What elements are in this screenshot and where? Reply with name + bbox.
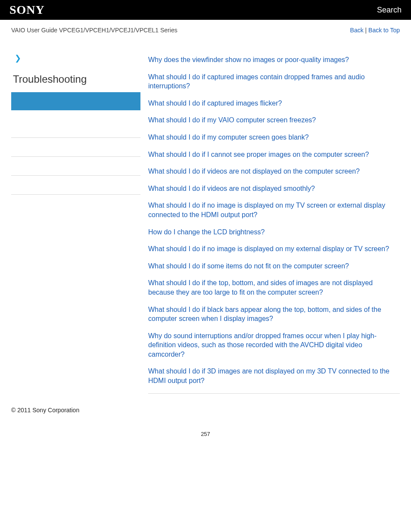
faq-item: What should I do if the top, bottom, and… — [148, 278, 400, 297]
faq-link[interactable]: What should I do if some items do not fi… — [148, 262, 349, 270]
sony-logo: SONY — [9, 3, 45, 17]
faq-item: How do I change the LCD brightness? — [148, 227, 400, 237]
faq-link[interactable]: How do I change the LCD brightness? — [148, 228, 265, 236]
faq-link[interactable]: What should I do if captured images cont… — [148, 73, 365, 90]
back-link[interactable]: Back — [350, 27, 364, 34]
page-number: 257 — [0, 418, 411, 450]
faq-list: Why does the viewfinder show no images o… — [148, 55, 400, 386]
content-wrap: ❯ Troubleshooting Why does the viewfinde… — [0, 36, 411, 394]
search-link[interactable]: Search — [377, 6, 402, 15]
guide-title: VAIO User Guide VPCEG1/VPCEH1/VPCEJ1/VPC… — [11, 27, 177, 34]
faq-link[interactable]: Why do sound interruptions and/or droppe… — [148, 332, 377, 358]
faq-link[interactable]: What should I do if my VAIO computer scr… — [148, 116, 316, 124]
footer: © 2011 Sony Corporation — [0, 394, 411, 418]
faq-link[interactable]: What should I do if my computer screen g… — [148, 134, 309, 141]
arrow-right-icon: ❯ — [15, 53, 140, 63]
faq-item: What should I do if no image is displaye… — [148, 244, 400, 254]
subbar: VAIO User Guide VPCEG1/VPCEH1/VPCEJ1/VPC… — [0, 20, 411, 36]
sidebar-item[interactable] — [11, 195, 140, 214]
faq-item: What should I do if 3D images are not di… — [148, 367, 400, 385]
main-content: Why does the viewfinder show no images o… — [148, 53, 400, 394]
topbar: SONY Search — [0, 0, 411, 20]
faq-link[interactable]: What should I do if videos are not displ… — [148, 168, 360, 175]
faq-item: What should I do if videos are not displ… — [148, 184, 400, 193]
sidebar-active-item[interactable] — [11, 92, 140, 110]
sidebar-list — [11, 119, 140, 214]
faq-item: What should I do if my VAIO computer scr… — [148, 115, 400, 125]
faq-link[interactable]: What should I do if 3D images are not di… — [148, 367, 389, 384]
faq-link[interactable]: What should I do if the top, bottom, and… — [148, 279, 373, 296]
sidebar-item[interactable] — [11, 157, 140, 176]
faq-link[interactable]: What should I do if videos are not displ… — [148, 185, 315, 192]
faq-item: Why does the viewfinder show no images o… — [148, 55, 400, 65]
back-to-top-link[interactable]: Back to Top — [368, 27, 400, 34]
faq-item: What should I do if captured images cont… — [148, 72, 400, 91]
faq-link[interactable]: What should I do if no image is displaye… — [148, 245, 389, 252]
faq-link[interactable]: What should I do if black bars appear al… — [148, 306, 381, 323]
sidebar-item[interactable] — [11, 138, 140, 157]
faq-item: What should I do if no image is displaye… — [148, 201, 400, 219]
faq-link[interactable]: Why does the viewfinder show no images o… — [148, 56, 349, 63]
faq-item: What should I do if videos are not displ… — [148, 167, 400, 176]
sidebar: ❯ Troubleshooting — [11, 53, 140, 394]
faq-item: What should I do if my computer screen g… — [148, 133, 400, 142]
faq-link[interactable]: What should I do if I cannot see proper … — [148, 151, 369, 158]
faq-item: What should I do if some items do not fi… — [148, 261, 400, 271]
faq-item: What should I do if black bars appear al… — [148, 305, 400, 324]
faq-item: Why do sound interruptions and/or droppe… — [148, 331, 400, 359]
sidebar-item[interactable] — [11, 119, 140, 138]
copyright: © 2011 Sony Corporation — [11, 407, 79, 414]
back-links: Back | Back to Top — [350, 27, 400, 34]
faq-link[interactable]: What should I do if no image is displaye… — [148, 202, 385, 218]
sidebar-item[interactable] — [11, 176, 140, 195]
divider — [148, 393, 400, 394]
faq-item: What should I do if captured images flic… — [148, 99, 400, 108]
separator: | — [364, 27, 368, 34]
sidebar-heading: Troubleshooting — [11, 73, 140, 85]
faq-item: What should I do if I cannot see proper … — [148, 150, 400, 159]
faq-link[interactable]: What should I do if captured images flic… — [148, 100, 282, 107]
